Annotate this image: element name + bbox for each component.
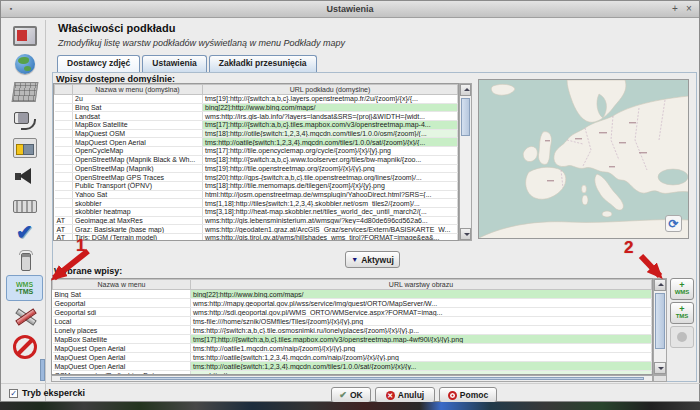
titlebar[interactable]: ▪ Ustawienia + × [1, 1, 699, 18]
annotation-label-1: 1 [76, 236, 85, 256]
cell-name: OpenStreetMap (Mapnik) [73, 164, 203, 173]
column-header-url[interactable]: URL warstwy obrazu [191, 280, 652, 290]
sidebar-item-display-settings[interactable] [6, 23, 43, 49]
table-row[interactable]: OpenStreetMap GPS Tracestms[20]:http://g… [55, 173, 458, 182]
activate-button[interactable]: ▼ Aktywuj [345, 251, 400, 268]
tab-3[interactable]: Zakładki przesunięcia [209, 55, 317, 72]
column-header-name[interactable]: Nazwa w menu (domyślna) [73, 85, 203, 95]
add-wms-button[interactable]: + WMS [670, 278, 694, 300]
ok-button[interactable]: ✔ OK [331, 387, 371, 403]
cell-cc [55, 121, 73, 130]
close-icon[interactable]: × [683, 3, 695, 15]
imagery-icon: WMS*TMS [16, 281, 34, 295]
selected-table-hscrollbar[interactable] [51, 375, 653, 382]
cell-name: MapBox Satellite [53, 335, 191, 344]
scrollbar-thumb[interactable] [655, 293, 665, 349]
table-row[interactable]: OpenStreetMap (Mapnik Black & Wh...tms[1… [55, 155, 458, 164]
table-row[interactable]: ATTiris: DGM (Terrain model)wms:http://g… [55, 234, 458, 242]
sidebar-item-plugins[interactable] [6, 107, 43, 133]
scroll-up-icon[interactable] [460, 84, 471, 96]
table-row[interactable]: ATGraz: Basiskarte (base map)wms:http://… [55, 225, 458, 234]
ok-check-icon: ✔ [339, 390, 347, 400]
preferences-sidebar: ✔WMS*TMS [3, 20, 46, 401]
scrollbar-thumb[interactable] [461, 98, 470, 136]
tab-1[interactable]: Dostawcy zdjęć [57, 55, 140, 73]
sidebar-item-toolbar-device[interactable] [6, 135, 43, 161]
add-tms-button[interactable]: + TMS [670, 302, 694, 324]
table-row[interactable]: 2utms[19]:http://{switch:a,b,c}.layers.o… [55, 95, 458, 104]
cell-name: MapBox Satellite [73, 121, 203, 130]
table-row[interactable]: Lonely placestms:http://{switch:a,b,c}.t… [53, 326, 652, 335]
cell-url: wms:http://geodaten1.graz.at/ArcGIS_Graz… [203, 225, 458, 234]
sidebar-item-remote-control[interactable] [6, 247, 43, 273]
sidebar-item-audio[interactable] [6, 163, 43, 189]
cell-url: tms[17]:http://tile.opencyclemap.org/cyc… [203, 147, 458, 156]
scrollbar-thumb[interactable] [60, 377, 644, 380]
cell-url: tms[1,18]:http://tiles{switch:1,2,3,4}.s… [203, 199, 458, 208]
sidebar-item-validator[interactable]: ✔ [6, 219, 43, 245]
tab-2[interactable]: Ustawienia [142, 55, 206, 72]
sidebar-scrollbar-thumb[interactable] [40, 359, 45, 381]
scroll-up-icon[interactable] [654, 279, 666, 291]
add-entry-disabled-button [670, 326, 694, 348]
table-row[interactable]: Bing Satbing[22]:http://www.bing.com/map… [55, 103, 458, 112]
shortcuts-icon [13, 200, 37, 213]
cell-url: tms:http://oatile{switch:1,2,3,4}.mqcdn.… [203, 138, 458, 147]
cell-name: OpenStreetMap GPS Traces [73, 173, 203, 182]
cell-url: tms[19]:http://tile.openstreetmap.org/{z… [203, 164, 458, 173]
table-row[interactable]: Localtms-file:///home/sznik/OSMfiles/Til… [53, 317, 652, 326]
sidebar-item-imagery[interactable]: WMS*TMS [6, 275, 43, 301]
table-row[interactable]: MapQuest OSMtms[18]:http://otile{switch:… [55, 129, 458, 138]
selected-entries-table[interactable]: Nazwa w menu URL warstwy obrazu Bing Sat… [51, 278, 653, 375]
table-row[interactable]: Geoportalwms:http://mapy.geoportal.gov.p… [53, 299, 652, 308]
selected-table-scrollbar[interactable] [653, 278, 667, 375]
table-row[interactable]: MapQuest Open Aerialtms:http://oatile{sw… [53, 362, 652, 371]
sidebar-item-connection-settings[interactable] [6, 51, 43, 77]
page-subtitle: Zmodyfikuj listę warstw podkładów wyświe… [58, 38, 345, 48]
column-header-country[interactable] [55, 85, 73, 95]
table-row[interactable]: Yahoo Sathtml:http://josm.openstreetmap.… [55, 190, 458, 199]
sidebar-item-advanced[interactable] [6, 303, 43, 329]
help-button[interactable]: Pomoc [439, 387, 497, 403]
table-row[interactable]: MapBox Satellitetms[17]:http://{switch:a… [55, 121, 458, 130]
defaults-table-scrollbar[interactable] [459, 83, 472, 241]
scroll-down-icon[interactable] [654, 362, 666, 374]
scroll-down-icon[interactable] [460, 228, 471, 240]
table-row[interactable]: MapQuest Open Aerialtms:http://oatile{sw… [53, 353, 652, 362]
display-settings-icon [13, 26, 37, 46]
table-row[interactable]: ATGeoimage.at MaxReswms:http://gis.leben… [55, 216, 458, 225]
expert-mode-toggle[interactable]: ✓ Tryb ekspercki [9, 388, 85, 398]
sidebar-item-shortcuts[interactable] [6, 191, 43, 217]
table-row[interactable]: MapQuest Open Aerialtms:http://oatile{sw… [55, 138, 458, 147]
table-row[interactable]: Landsatwms:http://irs.gis-lab.info/?laye… [55, 112, 458, 121]
cell-name: Public Transport (ÖPNV) [73, 181, 203, 190]
map-preview[interactable]: ⟳ [478, 79, 689, 239]
chevron-down-icon: ▼ [351, 256, 358, 263]
table-row[interactable]: Public Transport (ÖPNV)tms[18]:http://ti… [55, 181, 458, 190]
sidebar-item-map-projection[interactable] [6, 79, 43, 105]
sidebar-item-offline[interactable] [6, 331, 43, 363]
activate-label: Aktywuj [361, 255, 394, 265]
cell-cc [55, 199, 73, 208]
table-row[interactable]: Geoportal sdiwms:http://sdi.geoportal.go… [53, 308, 652, 317]
checkbox-checked-icon[interactable]: ✓ [9, 389, 18, 398]
cell-name: skobbler heatmap [73, 207, 203, 216]
table-row[interactable]: MapBox Satellitetms[17]:http://{switch:a… [53, 335, 652, 344]
refresh-map-icon[interactable]: ⟳ [665, 215, 682, 232]
table-row[interactable]: Bing Satbing[22]:http://www.bing.com/map… [53, 290, 652, 299]
table-row[interactable]: skobbler heatmaptms[3,18]:http://heat-ma… [55, 207, 458, 216]
default-entries-table[interactable]: Nazwa w menu (domyślna) URL podkładu (do… [53, 83, 459, 241]
column-header-name[interactable]: Nazwa w menu [53, 280, 191, 290]
cancel-button[interactable]: ✕ Anuluj [375, 387, 435, 403]
table-row[interactable]: OpenCycleMaptms[17]:http://tile.opencycl… [55, 147, 458, 156]
column-header-url[interactable]: URL podkładu (domyślne) [203, 85, 458, 95]
map-projection-icon [11, 82, 38, 102]
table-row[interactable]: OpenStreetMap (Mapnik)tms[19]:http://til… [55, 164, 458, 173]
advanced-icon [13, 306, 37, 326]
table-row[interactable]: skobblertms[1,18]:http://tiles{switch:1,… [55, 199, 458, 208]
cell-cc [55, 190, 73, 199]
cell-url: bing[22]:http://www.bing.com/maps/ [191, 290, 652, 299]
table-row[interactable]: MapQuest Open Aerialtms:http://oatile1.m… [53, 344, 652, 353]
cell-name: Bing Sat [73, 103, 203, 112]
maximize-icon[interactable]: + [669, 3, 681, 15]
